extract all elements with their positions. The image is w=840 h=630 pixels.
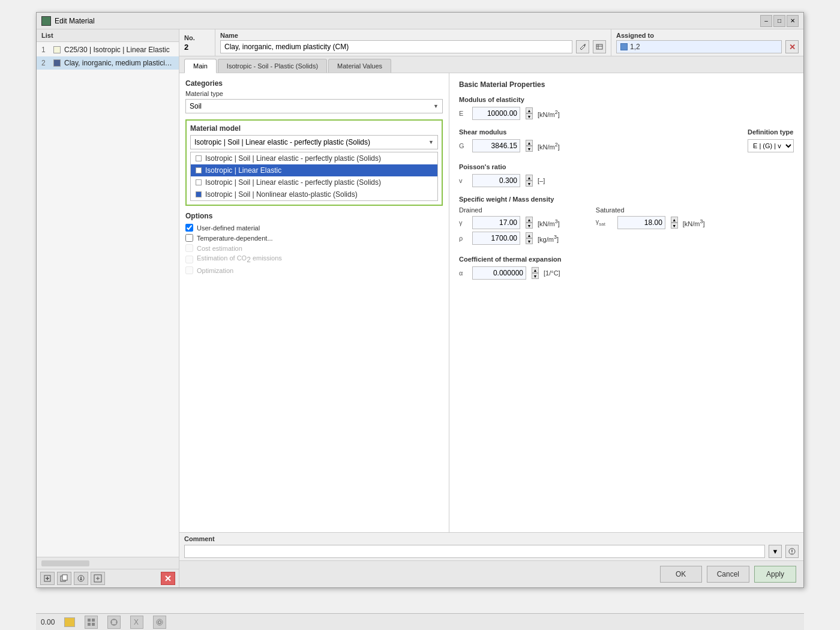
delete-material-button[interactable] [161,572,175,585]
G-unit: [kN/m2] [538,142,560,151]
export-material-button[interactable] [91,572,105,585]
temperature-dependent-checkbox[interactable] [185,234,193,242]
alpha-decrement-button[interactable]: ▼ [532,273,539,279]
model-color-icon [196,179,202,185]
E-decrement-button[interactable]: ▼ [526,113,533,119]
model-list-item-selected[interactable]: Isotropic | Linear Elastic [191,164,437,176]
ok-button[interactable]: OK [660,566,702,583]
apply-button[interactable]: Apply [754,566,796,583]
name-library-button[interactable] [593,40,606,53]
list-item-color-icon [53,46,61,53]
temperature-dependent-label[interactable]: Temperature-dependent... [197,235,273,242]
tab-material-values[interactable]: Material Values [328,59,391,73]
E-label: E [459,110,467,117]
model-color-icon [196,191,202,197]
assigned-clear-button[interactable]: ✕ [785,40,799,53]
add-material-button[interactable] [40,572,55,585]
model-item-text: Isotropic | Linear Elastic [205,166,281,175]
v-decrement-button[interactable]: ▼ [526,181,533,187]
tab-main[interactable]: Main [184,59,217,73]
assigned-label: Assigned to [616,32,799,39]
material-model-dropdown[interactable]: Isotropic | Soil | Linear elastic - perf… [190,135,438,149]
spec-weight-group: Specific weight / Mass density Drained γ [459,196,794,247]
rho-decrement-button[interactable]: ▼ [526,238,533,244]
rho-increment-button[interactable]: ▲ [526,232,533,238]
user-defined-label[interactable]: User-defined material [197,224,260,232]
cancel-button[interactable]: Cancel [707,566,749,583]
list-item[interactable]: 1 C25/30 | Isotropic | Linear Elastic [37,43,179,56]
material-type-dropdown[interactable]: Soil ▼ [185,99,443,113]
model-item-text: Isotropic | Soil | Linear elastic - perf… [205,178,381,187]
E-input[interactable] [472,107,520,120]
G-increment-button[interactable]: ▲ [526,140,533,146]
E-increment-button[interactable]: ▲ [526,107,533,113]
status-bar: 0.00 X [36,613,804,630]
name-edit-button[interactable] [576,40,589,53]
list-scroll-area [37,557,179,569]
no-value: 2 [184,43,210,52]
tab-isotropic-soil[interactable]: Isotropic - Soil - Plastic (Solids) [218,59,327,73]
model-list-item[interactable]: Isotropic | Soil | Linear elastic - perf… [191,152,437,164]
assigned-row: 1,2 ✕ [616,40,799,53]
assigned-icon [620,43,628,50]
bottom-bar: OK Cancel Apply [179,560,803,587]
v-input[interactable] [472,174,520,187]
model-list-item[interactable]: Isotropic | Soil | Linear elastic - perf… [191,176,437,188]
G-row: G ▲ ▼ [kN/m2] [459,139,560,152]
alpha-input[interactable] [472,266,526,280]
basic-props-title: Basic Material Properties [459,80,794,89]
list-item-text: C25/30 | Isotropic | Linear Elastic [64,46,170,54]
list-item[interactable]: 2 Clay, inorganic, medium plasticity (CM… [37,56,179,70]
comment-dropdown-button[interactable]: ▼ [769,545,782,558]
close-button[interactable]: ✕ [787,15,799,27]
list-item-color-icon [53,59,61,67]
co2-estimation-label: Estimation of CO2 emissions [197,254,282,264]
name-input[interactable] [220,40,572,53]
main-content: List 1 C25/30 | Isotropic | Linear Elast… [37,29,803,587]
material-model-section: Material model Isotropic | Soil | Linear… [185,119,443,206]
modulus-group: Modulus of elasticity E ▲ ▼ [459,96,794,120]
svg-rect-4 [62,575,67,580]
svg-rect-20 [88,623,91,626]
status-settings-button[interactable] [153,616,166,629]
shear-group: Shear modulus G ▲ ▼ [459,128,794,155]
comment-input[interactable] [184,545,765,558]
model-list-item[interactable]: Isotropic | Soil | Nonlinear elasto-plas… [191,188,437,200]
import-material-button[interactable] [74,572,88,585]
title-bar: Edit Material – □ ✕ [37,13,803,29]
gamma-decrement-button[interactable]: ▼ [526,223,533,229]
list-panel: List 1 C25/30 | Isotropic | Linear Elast… [37,29,179,587]
dropdown-arrow-icon: ▼ [433,103,439,109]
minimize-button[interactable]: – [760,15,772,27]
shear-title: Shear modulus [459,128,560,136]
rho-row: ρ ▲ ▼ [kg/m3] [459,232,560,245]
rho-input[interactable] [472,232,520,245]
comment-action-button[interactable] [785,545,799,558]
status-axis-button[interactable]: X [130,616,143,629]
restore-button[interactable]: □ [773,15,785,27]
list-scrollbar[interactable] [41,560,89,566]
no-label: No. [184,34,210,41]
G-input[interactable] [472,139,520,152]
header-row: No. 2 Name [179,29,803,56]
ysat-unit: [kN/m3] [683,218,705,227]
name-row [220,40,606,53]
ysat-input[interactable] [617,216,665,229]
def-type-select[interactable]: E | (G) | v [748,139,794,152]
G-decrement-button[interactable]: ▼ [526,146,533,152]
v-increment-button[interactable]: ▲ [526,175,533,181]
cost-estimation-label: Cost estimation [197,245,242,252]
model-color-icon [196,155,202,161]
user-defined-checkbox[interactable] [185,224,193,232]
status-grid-button[interactable] [85,616,98,629]
duplicate-material-button[interactable] [57,572,71,585]
svg-point-28 [158,620,161,623]
alpha-increment-button[interactable]: ▲ [532,267,539,273]
ysat-increment-button[interactable]: ▲ [671,217,678,223]
left-section: Categories Material type Soil ▼ Material… [179,73,449,532]
gamma-increment-button[interactable]: ▲ [526,217,533,223]
ysat-decrement-button[interactable]: ▼ [671,223,678,229]
status-snap-button[interactable] [107,616,121,629]
gamma-input[interactable] [472,216,520,229]
model-item-text: Isotropic | Soil | Linear elastic - perf… [205,154,381,163]
